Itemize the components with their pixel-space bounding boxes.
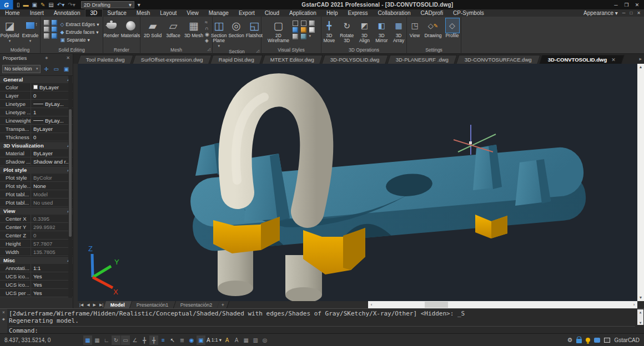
- extract-edges-button[interactable]: ◇ Extract Edges▾: [60, 21, 99, 28]
- next-layout-icon[interactable]: ▶: [92, 303, 98, 307]
- union-icon[interactable]: [44, 20, 49, 26]
- menu-cloud[interactable]: Cloud: [260, 9, 284, 17]
- shaded-style-icon[interactable]: [309, 27, 315, 33]
- quick-select-icon[interactable]: ▣: [62, 65, 71, 73]
- prev-layout-icon[interactable]: ◀: [85, 303, 91, 307]
- command-scrollbar[interactable]: ▲ ▼: [637, 309, 643, 325]
- 3d-move-button[interactable]: ╋ 3D Move: [321, 18, 337, 43]
- tab-scroll-right-icon[interactable]: ▸: [637, 56, 644, 62]
- select-objects-icon[interactable]: ▭: [52, 65, 61, 73]
- annotation-visibility-icon[interactable]: A: [223, 335, 232, 345]
- undo-icon[interactable]: ↶▾: [57, 2, 64, 8]
- rotate-3d-button[interactable]: ↻ Rotate 3D: [339, 18, 355, 43]
- doc-tab-rapid-dist[interactable]: Rapid Dist.dwg: [210, 55, 263, 64]
- menu-insert[interactable]: Insert: [25, 9, 49, 17]
- realistic-style-icon[interactable]: [293, 27, 298, 33]
- doc-tab-3d-polysolid[interactable]: 3D-POLYSOLID.dwg: [322, 55, 389, 64]
- appearance-menu[interactable]: Appearance ▾: [583, 10, 618, 16]
- style-gallery-more-icon[interactable]: ▾: [309, 34, 316, 39]
- menu-export[interactable]: Export: [234, 9, 260, 17]
- section-3d-visualization[interactable]: 3D Visualization▴: [0, 141, 73, 149]
- menu-layout[interactable]: Layout: [155, 9, 182, 17]
- ortho-icon[interactable]: ∟: [102, 335, 111, 345]
- menu-view[interactable]: View: [182, 9, 204, 17]
- edgesurf-icon[interactable]: ◈: [205, 38, 209, 43]
- doc-tab-mtext-editor[interactable]: MTEXT Editor.dwg: [262, 55, 323, 64]
- sketchy-style-icon[interactable]: [293, 34, 298, 39]
- view-settings-button[interactable]: ◳ View: [407, 18, 422, 38]
- menu-annotation[interactable]: Annotation: [49, 9, 85, 17]
- section-misc[interactable]: Misc▴: [0, 256, 73, 264]
- print-icon[interactable]: ▤: [48, 2, 53, 8]
- minimize-button[interactable]: ─: [611, 2, 621, 8]
- doc-tab-3d-planesurf[interactable]: 3D-PLANESURF .dwg: [387, 55, 457, 64]
- viewport-horizontal-scrollbar[interactable]: ‹ ›: [368, 301, 637, 308]
- wireframe-style-icon[interactable]: [293, 21, 298, 26]
- section-general[interactable]: General▴: [0, 75, 73, 83]
- zoom-icon[interactable]: ◉: [187, 335, 196, 345]
- scroll-right-icon[interactable]: ›: [631, 301, 637, 308]
- workspace-dropdown[interactable]: 2D Drafting▾: [81, 1, 134, 8]
- command-scroll-up-icon[interactable]: ▲: [637, 309, 643, 314]
- bulb-icon[interactable]: [586, 338, 590, 342]
- hidden-style-icon[interactable]: [301, 21, 306, 26]
- render-button[interactable]: Render: [103, 18, 119, 38]
- thicken-icon[interactable]: [44, 33, 49, 39]
- drawing-settings-button[interactable]: ◇✎ Drawing: [424, 18, 442, 38]
- lock-ui-icon[interactable]: [576, 339, 582, 343]
- interfere-icon[interactable]: [52, 33, 57, 39]
- scroll-up-icon[interactable]: ▲: [637, 64, 644, 70]
- pin-icon[interactable]: ∗: [41, 55, 48, 60]
- menu-mesh[interactable]: Mesh: [132, 9, 155, 17]
- command-scroll-down-icon[interactable]: ▼: [637, 320, 643, 325]
- menu-home[interactable]: Home: [0, 9, 25, 17]
- save-as-icon[interactable]: ✎: [41, 2, 45, 8]
- menu-3d[interactable]: 3D: [85, 9, 103, 17]
- xray-style-icon[interactable]: [301, 34, 306, 39]
- menu-cp-symbols[interactable]: CP-Symbols: [448, 9, 489, 17]
- doc-tab-surfoffset[interactable]: SurfOffset-expression.dwg: [132, 55, 212, 64]
- revsurf-icon[interactable]: ≈: [205, 19, 209, 25]
- isolate-objects-icon[interactable]: ≣: [178, 335, 187, 345]
- 3d-mirror-button[interactable]: ◧ 3D Mirror: [374, 18, 389, 43]
- 2d-wireframe-button[interactable]: ▢ 2D Wireframe: [266, 18, 291, 43]
- extrude-button[interactable]: ↑ Extrude▾: [21, 18, 40, 43]
- drawing-canvas[interactable]: Z Y X: [78, 64, 637, 301]
- add-layout-button[interactable]: +: [217, 301, 229, 308]
- slice-icon[interactable]: [52, 27, 57, 32]
- hscroll-thumb[interactable]: [425, 302, 448, 308]
- model-tab[interactable]: Model: [104, 301, 132, 308]
- menu-collaboration[interactable]: Collaboration: [373, 9, 416, 17]
- save-icon[interactable]: ▣: [32, 2, 37, 8]
- section-view[interactable]: View▴: [0, 207, 73, 215]
- select-cursor-icon[interactable]: ↖: [168, 335, 177, 345]
- pickadd-toggle-icon[interactable]: ✛: [42, 65, 51, 73]
- subtract-icon[interactable]: [52, 20, 57, 26]
- ucs-icon[interactable]: Z Y X: [88, 245, 119, 296]
- tab-close-icon[interactable]: ✕: [611, 57, 616, 63]
- selection-dropdown[interactable]: No selection▾: [2, 65, 41, 73]
- snap-icon[interactable]: ▦: [83, 335, 92, 345]
- clean-screen-icon[interactable]: [604, 338, 610, 343]
- gray-style-icon[interactable]: [309, 21, 315, 26]
- command-close-icon[interactable]: ×: [2, 310, 5, 315]
- mesh-dialog-launcher-icon[interactable]: ◿: [208, 45, 210, 53]
- doc-tab-3d-convtosurface[interactable]: 3D-CONVTOSURFACE.dwg: [456, 55, 540, 64]
- intersect-icon[interactable]: [44, 27, 49, 32]
- restore-button[interactable]: ❐: [622, 2, 631, 8]
- properties-scrollbar[interactable]: [68, 76, 72, 298]
- tabsurf-icon[interactable]: ∩: [205, 26, 209, 31]
- doc-restore-button[interactable]: □: [630, 11, 632, 16]
- section-plot-style[interactable]: Plot style▴: [0, 166, 73, 174]
- doc-tab-3d-convtosolid[interactable]: 3D-CONVTOSOLID.dwg✕: [539, 55, 624, 64]
- command-pin-icon[interactable]: ◆: [2, 317, 5, 322]
- circle-icon[interactable]: ◎: [260, 335, 269, 345]
- otrack-icon[interactable]: ╋: [149, 335, 158, 345]
- auto-annotation-icon[interactable]: A: [232, 335, 241, 345]
- flatshot-button[interactable]: ◱ Flatshot: [246, 18, 263, 38]
- polysolid-button[interactable]: ◪ Polysolid▾: [1, 18, 19, 43]
- polar-icon[interactable]: ↻: [112, 335, 120, 345]
- annotation-scale-icon[interactable]: A1:1 ▾: [206, 335, 222, 345]
- 2d-solid-button[interactable]: ▰ 2D Solid: [143, 18, 162, 38]
- first-layout-icon[interactable]: |◀: [78, 303, 85, 307]
